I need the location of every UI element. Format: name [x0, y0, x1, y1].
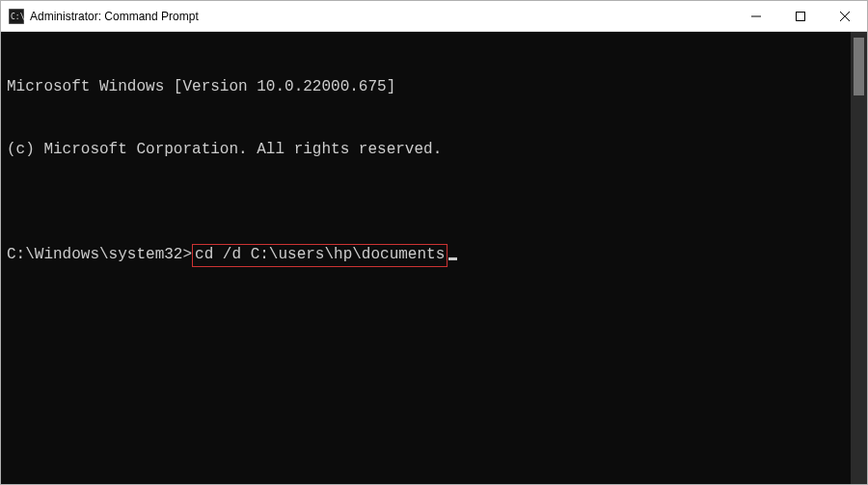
- output-line: (c) Microsoft Corporation. All rights re…: [7, 140, 845, 161]
- titlebar[interactable]: C:\ Administrator: Command Prompt: [1, 1, 867, 32]
- vertical-scrollbar[interactable]: [851, 32, 867, 484]
- terminal-area[interactable]: Microsoft Windows [Version 10.0.22000.67…: [1, 32, 867, 484]
- svg-text:C:\: C:\: [11, 13, 24, 21]
- window-title: Administrator: Command Prompt: [30, 10, 199, 23]
- app-window: C:\ Administrator: Command Prompt Micros…: [0, 0, 868, 485]
- cmd-icon: C:\: [9, 9, 24, 24]
- maximize-button[interactable]: [778, 1, 823, 32]
- window-controls: [734, 1, 867, 31]
- prompt-line: C:\Windows\system32>cd /d C:\users\hp\do…: [7, 244, 845, 267]
- svg-rect-3: [797, 13, 805, 21]
- terminal-content[interactable]: Microsoft Windows [Version 10.0.22000.67…: [1, 32, 851, 484]
- output-line: Microsoft Windows [Version 10.0.22000.67…: [7, 77, 845, 98]
- minimize-button[interactable]: [734, 1, 778, 32]
- command-input-highlight[interactable]: cd /d C:\users\hp\documents: [192, 244, 448, 267]
- text-cursor: [448, 257, 457, 260]
- scrollbar-thumb[interactable]: [854, 38, 864, 95]
- close-button[interactable]: [823, 1, 867, 32]
- prompt-path: C:\Windows\system32>: [7, 245, 192, 266]
